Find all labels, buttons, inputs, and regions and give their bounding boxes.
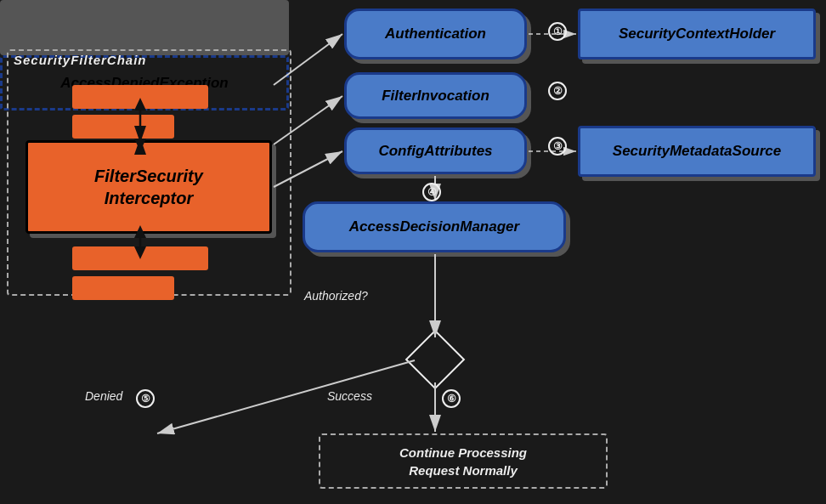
circle-6: ⑥ <box>442 389 461 408</box>
filter-invocation-label: FilterInvocation <box>382 88 489 105</box>
filter-security-interceptor-box: FilterSecurityInterceptor <box>25 140 272 234</box>
config-attributes-label: ConfigAttributes <box>378 143 492 160</box>
filter-bar-top-2 <box>72 115 174 139</box>
access-decision-manager-label: AccessDecisionManager <box>349 218 519 235</box>
circle-1: ① <box>548 22 567 41</box>
authentication-label: Authentication <box>385 25 486 42</box>
authorized-label: Authorized? <box>304 289 368 303</box>
circle-2: ② <box>548 82 567 100</box>
diamond-decision <box>414 338 456 381</box>
circle-3: ③ <box>548 137 567 156</box>
continue-processing-label: Continue ProcessingRequest Normally <box>399 444 527 479</box>
filter-security-interceptor-label: FilterSecurityInterceptor <box>94 165 203 209</box>
denied-label: Denied <box>85 389 122 403</box>
security-context-holder-box: SecurityContextHolder <box>578 8 816 59</box>
diagram-container: SecurityFilterChain <box>0 0 826 504</box>
continue-processing-box: Continue ProcessingRequest Normally <box>319 433 608 489</box>
success-label: Success <box>327 389 372 403</box>
filter-bar-top-1 <box>72 85 208 109</box>
filter-bar-bottom-2 <box>72 276 174 300</box>
filter-invocation-box: FilterInvocation <box>344 72 527 119</box>
diamond-inner <box>405 330 466 390</box>
circle-5: ⑤ <box>136 389 155 408</box>
security-filter-chain-label: SecurityFilterChain <box>14 53 147 67</box>
filter-bar-bottom-1 <box>72 246 208 270</box>
security-metadata-source-label: SecurityMetadataSource <box>613 143 781 160</box>
circle-4: ④ <box>422 183 441 201</box>
config-attributes-box: ConfigAttributes <box>344 127 527 174</box>
svg-line-19 <box>157 360 415 433</box>
authentication-box: Authentication <box>344 8 527 59</box>
access-decision-manager-box: AccessDecisionManager <box>303 201 566 252</box>
security-context-holder-label: SecurityContextHolder <box>619 25 775 42</box>
security-metadata-source-box: SecurityMetadataSource <box>578 126 816 177</box>
access-denied-exception-shadow <box>0 0 289 55</box>
